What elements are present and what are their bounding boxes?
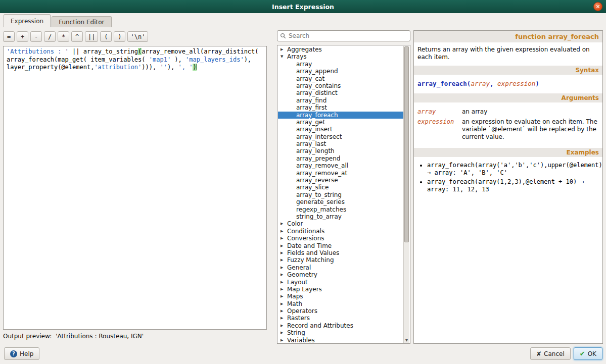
tree-item-array-length[interactable]: array_length (278, 147, 403, 154)
tree-item-array-remove-all[interactable]: array_remove_all (278, 162, 403, 169)
operator-button[interactable]: '\n' (127, 31, 148, 42)
expression-editor[interactable]: 'Attributions : ' || array_to_string(arr… (3, 46, 267, 330)
tree-group-conversions[interactable]: ▶Conversions (278, 235, 403, 242)
chevron-right-icon[interactable]: ▶ (281, 249, 287, 256)
tree-item-array-contains[interactable]: array_contains (278, 82, 403, 89)
chevron-right-icon[interactable]: ▶ (281, 220, 287, 227)
ok-button[interactable]: ✔ OK (574, 347, 602, 360)
chevron-right-icon[interactable]: ▶ (281, 46, 287, 53)
tree-item-array-distinct[interactable]: array_distinct (278, 89, 403, 96)
operator-button[interactable]: ( (100, 31, 112, 42)
tree-item-array-to-string[interactable]: array_to_string (278, 191, 403, 198)
chevron-down-icon[interactable]: ▼ (281, 53, 287, 60)
button-bar: ? Help ✘ Cancel ✔ OK (0, 347, 606, 364)
chevron-right-icon[interactable]: ▶ (281, 235, 287, 242)
operator-button[interactable]: ^ (71, 31, 83, 42)
tree-label: string_to_array (296, 213, 342, 220)
chevron-right-icon[interactable]: ▶ (281, 300, 287, 307)
operator-button[interactable]: ) (114, 31, 125, 42)
tree-item-array-last[interactable]: array_last (278, 140, 403, 147)
tab-function-editor[interactable]: Function Editor (52, 16, 111, 27)
chevron-right-icon[interactable]: ▶ (281, 242, 287, 249)
close-icon[interactable]: ✕ (593, 2, 602, 11)
tree-item-regexp-matches[interactable]: regexp_matches (278, 206, 403, 213)
tree-label: array_insert (296, 126, 333, 133)
tree-group-conditionals[interactable]: ▶Conditionals (278, 228, 403, 235)
chevron-right-icon[interactable]: ▶ (281, 315, 287, 322)
tree-item-array-slice[interactable]: array_slice (278, 184, 403, 191)
operator-button[interactable]: = (3, 31, 15, 42)
tree-group-general[interactable]: ▶General (278, 264, 403, 271)
chevron-right-icon[interactable]: ▶ (281, 264, 287, 271)
tree-group-aggregates[interactable]: ▶Aggregates (278, 46, 403, 53)
tree-item-array-reverse[interactable]: array_reverse (278, 177, 403, 184)
tree-group-color[interactable]: ▶Color (278, 220, 403, 227)
operator-button[interactable]: * (58, 31, 69, 42)
search-input[interactable] (289, 32, 407, 39)
chevron-right-icon[interactable]: ▶ (281, 256, 287, 264)
tree-group-fuzzy-matching[interactable]: ▶Fuzzy Matching (278, 256, 403, 264)
scroll-down-icon[interactable]: ▼ (404, 338, 409, 342)
tree-item-array-append[interactable]: array_append (278, 68, 403, 75)
tree-group-variables[interactable]: ▶Variables (278, 337, 403, 343)
operator-button[interactable]: || (85, 31, 98, 42)
tree-item-generate-series[interactable]: generate_series (278, 198, 403, 205)
tree-group-math[interactable]: ▶Math (278, 300, 403, 307)
tree-item-string-to-array[interactable]: string_to_array (278, 213, 403, 220)
cancel-button[interactable]: ✘ Cancel (530, 347, 571, 360)
tree-item-array-foreach[interactable]: array_foreach (278, 112, 403, 119)
chevron-right-icon[interactable]: ▶ (281, 322, 287, 329)
chevron-right-icon[interactable]: ▶ (281, 329, 287, 336)
tree-label: Date and Time (287, 242, 332, 249)
tab-expression[interactable]: Expression (4, 14, 51, 27)
tree-group-operators[interactable]: ▶Operators (278, 307, 403, 315)
tree-item-array-cat[interactable]: array_cat (278, 75, 403, 82)
operator-button[interactable]: / (44, 31, 56, 42)
tree-scrollbar[interactable]: ▲ ▼ (403, 46, 409, 343)
tree-group-rasters[interactable]: ▶Rasters (278, 315, 403, 322)
tree-item-array-find[interactable]: array_find (278, 97, 403, 104)
scrollbar-thumb[interactable] (404, 46, 409, 242)
help-button[interactable]: ? Help (4, 347, 39, 360)
tree-item-array[interactable]: array (278, 61, 403, 68)
argument-description: an array (462, 108, 599, 116)
chevron-right-icon[interactable]: ▶ (281, 307, 287, 315)
tree-group-fields-and-values[interactable]: ▶Fields and Values (278, 249, 403, 256)
tree-group-string[interactable]: ▶String (278, 329, 403, 336)
chevron-right-icon[interactable]: ▶ (281, 228, 287, 235)
help-button-label: Help (20, 350, 33, 357)
chevron-right-icon[interactable]: ▶ (281, 271, 287, 278)
tree-item-array-get[interactable]: array_get (278, 119, 403, 126)
tree-item-array-insert[interactable]: array_insert (278, 126, 403, 133)
tree-label: array_cat (296, 75, 324, 82)
operator-button[interactable]: - (30, 31, 42, 42)
search-box[interactable] (277, 30, 410, 41)
tree-item-array-prepend[interactable]: array_prepend (278, 155, 403, 162)
tree-label: regexp_matches (296, 206, 346, 213)
tree-label: Math (287, 300, 302, 307)
argument-description: an expression to evaluate on each item. … (462, 118, 599, 141)
tree-group-date-and-time[interactable]: ▶Date and Time (278, 242, 403, 249)
tree-label: array_append (296, 68, 338, 75)
chevron-right-icon[interactable]: ▶ (281, 337, 287, 343)
tree-item-array-first[interactable]: array_first (278, 104, 403, 111)
tree-group-record-and-attributes[interactable]: ▶Record and Attributes (278, 322, 403, 329)
tree-item-array-intersect[interactable]: array_intersect (278, 133, 403, 140)
tree-label: array_foreach (296, 112, 338, 119)
tree-group-maps[interactable]: ▶Maps (278, 293, 403, 300)
tree-item-array-remove-at[interactable]: array_remove_at (278, 170, 403, 177)
arguments-list: arrayan arrayexpressionan expression to … (414, 102, 602, 148)
tree-group-layout[interactable]: ▶Layout (278, 279, 403, 286)
tree-group-arrays[interactable]: ▼Arrays (278, 53, 403, 60)
tree-group-map-layers[interactable]: ▶Map Layers (278, 286, 403, 293)
chevron-right-icon[interactable]: ▶ (281, 293, 287, 300)
tree-label: General (287, 264, 311, 271)
chevron-right-icon[interactable]: ▶ (281, 286, 287, 293)
operator-button[interactable]: + (17, 31, 28, 42)
chevron-right-icon[interactable]: ▶ (281, 279, 287, 286)
argument-name: expression (417, 118, 462, 141)
tree-group-geometry[interactable]: ▶Geometry (278, 271, 403, 278)
tree-label: Conditionals (287, 228, 324, 235)
tree-label: array_distinct (296, 89, 338, 96)
operator-row: =+-/*^||()'\n' (3, 31, 267, 42)
